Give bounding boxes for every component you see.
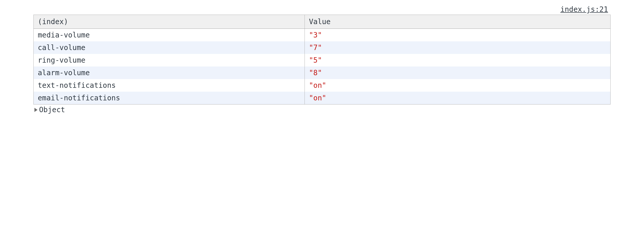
table-row: alarm-volume "8" xyxy=(34,66,610,79)
header-index: (index) xyxy=(34,15,305,29)
cell-index: text-notifications xyxy=(34,79,305,92)
cell-index: call-volume xyxy=(34,41,305,54)
cell-value: "on" xyxy=(305,79,610,92)
table-row: email-notifications "on" xyxy=(34,92,610,104)
cell-index: ring-volume xyxy=(34,54,305,66)
cell-index: email-notifications xyxy=(34,92,305,104)
table-header-row: (index) Value xyxy=(34,15,610,29)
cell-value: "7" xyxy=(305,41,610,54)
console-table: (index) Value media-volume "3" call-volu… xyxy=(33,15,611,104)
object-label: Object xyxy=(39,106,65,114)
triangle-right-icon xyxy=(34,108,38,112)
cell-index: alarm-volume xyxy=(34,66,305,79)
header-value: Value xyxy=(305,15,610,29)
cell-index: media-volume xyxy=(34,29,305,42)
cell-value: "on" xyxy=(305,92,610,104)
source-link[interactable]: index.js:21 xyxy=(33,5,611,14)
cell-value: "5" xyxy=(305,54,610,66)
cell-value: "3" xyxy=(305,29,610,42)
cell-value: "8" xyxy=(305,66,610,79)
table-row: call-volume "7" xyxy=(34,41,610,54)
table-row: ring-volume "5" xyxy=(34,54,610,66)
table-row: media-volume "3" xyxy=(34,29,610,42)
expand-object[interactable]: Object xyxy=(33,104,611,114)
table-row: text-notifications "on" xyxy=(34,79,610,92)
